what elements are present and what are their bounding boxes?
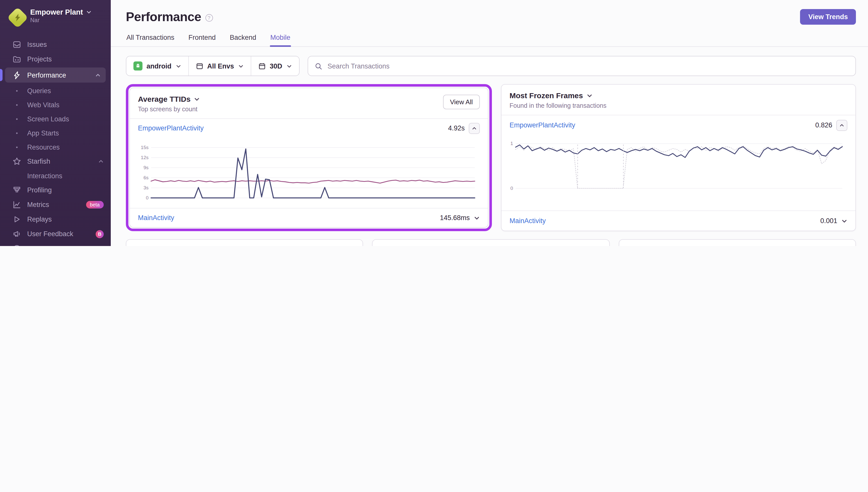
svg-text:0: 0 xyxy=(510,186,513,191)
org-switcher[interactable]: Empower Plant Nar xyxy=(0,0,111,30)
bullet-icon xyxy=(12,104,21,105)
sidebar-item-issues[interactable]: Issues xyxy=(0,37,111,52)
sidebar-item-performance[interactable]: Performance xyxy=(5,68,106,82)
average-ttids-panel: Average TTIDs Top screens by count View … xyxy=(129,88,488,228)
sidebar-item-replays[interactable]: Replays xyxy=(0,212,111,227)
chevron-down-icon[interactable] xyxy=(587,92,593,98)
issues-icon xyxy=(12,40,21,49)
metric-value: 0.001 xyxy=(820,217,837,225)
svg-text:6s: 6s xyxy=(144,175,149,180)
star-icon xyxy=(12,157,21,166)
sidebar-item-projects[interactable]: Projects xyxy=(0,52,111,67)
date-range-filter[interactable]: 30D xyxy=(251,56,299,76)
play-icon xyxy=(12,215,21,224)
svg-text:0: 0 xyxy=(146,195,149,200)
tpm-panel: Transactions Per Minute 0.494 Compared t… xyxy=(126,239,363,246)
transaction-link[interactable]: MainActivity xyxy=(510,217,546,225)
svg-text:1: 1 xyxy=(510,141,513,146)
org-name: Empower Plant xyxy=(30,8,83,16)
svg-text:15s: 15s xyxy=(141,145,149,150)
org-project: Nar xyxy=(30,17,92,23)
highlight-border: Average TTIDs Top screens by count View … xyxy=(126,84,492,231)
tab-mobile[interactable]: Mobile xyxy=(270,32,291,46)
sidebar-item-app-starts[interactable]: App Starts xyxy=(0,126,111,140)
view-trends-button[interactable]: View Trends xyxy=(800,9,856,25)
bullet-icon xyxy=(12,132,21,134)
metric-value: 145.68ms xyxy=(440,214,470,222)
frozen-frames-chart: 01 xyxy=(502,135,856,211)
search-icon xyxy=(314,62,322,70)
app: Empower Plant Nar Issues Projects Perfor… xyxy=(0,0,868,246)
svg-text:3s: 3s xyxy=(144,185,149,190)
tab-all-transactions[interactable]: All Transactions xyxy=(126,32,175,46)
cold-startup-panel: Cold Startup Time 4s Compared to last 30… xyxy=(618,239,856,246)
panel-subtitle: Found in the following transactions xyxy=(510,102,607,109)
metric-value: 4.92s xyxy=(448,124,465,132)
panel-subtitle: Top screens by count xyxy=(138,106,200,113)
chevron-down-icon[interactable] xyxy=(194,96,200,102)
expand-row-chevron[interactable] xyxy=(474,215,480,221)
window-icon xyxy=(196,62,203,70)
tab-backend[interactable]: Backend xyxy=(229,32,257,46)
sidebar-item-screen-loads[interactable]: Screen Loads xyxy=(0,112,111,126)
chevron-down-icon xyxy=(176,63,181,69)
sidebar-item-user-feedback[interactable]: User Feedback B xyxy=(0,227,111,241)
metric-value: 0.826 xyxy=(815,121,832,129)
sidebar-item-web-vitals[interactable]: Web Vitals xyxy=(0,98,111,112)
sidebar-item-queries[interactable]: Queries xyxy=(0,83,111,98)
bullet-icon xyxy=(12,90,21,91)
panel-title[interactable]: Average TTIDs xyxy=(138,95,190,103)
page-filter-control: android All Envs 30D xyxy=(126,56,299,76)
transaction-link[interactable]: EmpowerPlantActivity xyxy=(138,124,204,132)
most-frozen-frames-panel: Most Frozen Frames Found in the followin… xyxy=(501,84,856,231)
sidebar-item-starfish[interactable]: Starfish xyxy=(0,154,111,169)
bullet-icon xyxy=(12,146,21,148)
collapse-row-button[interactable] xyxy=(836,120,847,131)
beta-badge: beta xyxy=(86,201,104,208)
transaction-link[interactable]: MainActivity xyxy=(138,214,174,222)
metrics-icon xyxy=(12,200,21,209)
active-indicator xyxy=(0,69,2,81)
performance-icon xyxy=(12,71,21,79)
org-logo-icon xyxy=(7,7,28,28)
environment-filter[interactable]: All Envs xyxy=(188,56,251,76)
expand-row-chevron[interactable] xyxy=(841,218,847,224)
svg-text:9s: 9s xyxy=(144,165,149,170)
performance-tabs: All Transactions Frontend Backend Mobile xyxy=(111,25,868,47)
bullet-icon xyxy=(12,118,21,120)
sidebar-nav: Issues Projects Performance Queries Web … xyxy=(0,30,111,246)
chevron-down-icon xyxy=(238,63,244,69)
projects-icon xyxy=(12,55,21,64)
chevron-down-icon xyxy=(286,63,292,69)
help-tooltip-icon[interactable]: ? xyxy=(205,14,213,22)
main: Performance ? View Trends All Transactio… xyxy=(111,0,868,246)
search-input[interactable] xyxy=(327,62,849,70)
clock-icon xyxy=(12,244,21,246)
sidebar-item-crons[interactable]: Crons xyxy=(0,241,111,246)
android-project-icon xyxy=(133,62,143,71)
profiling-icon xyxy=(12,186,21,195)
chevron-up-icon xyxy=(98,158,104,164)
sidebar-item-resources[interactable]: Resources xyxy=(0,140,111,154)
sidebar-item-metrics[interactable]: Metrics beta xyxy=(0,197,111,212)
svg-text:12s: 12s xyxy=(141,155,149,160)
b-badge: B xyxy=(96,230,104,238)
chevron-up-icon xyxy=(95,72,101,78)
view-all-button[interactable]: View All xyxy=(443,95,480,109)
sidebar-item-profiling[interactable]: Profiling xyxy=(0,183,111,197)
tab-frontend[interactable]: Frontend xyxy=(188,32,216,46)
project-filter[interactable]: android xyxy=(126,56,188,76)
sidebar-item-interactions[interactable]: Interactions xyxy=(0,169,111,183)
calendar-icon xyxy=(258,62,266,70)
chevron-down-icon xyxy=(86,9,92,15)
warm-startup-panel: Warm Startup Time Compared to last 30d 0… xyxy=(372,239,610,246)
avg-ttids-chart: 03s6s9s12s15s xyxy=(130,138,488,208)
search-box xyxy=(307,56,856,76)
transaction-link[interactable]: EmpowerPlantActivity xyxy=(510,121,575,129)
collapse-row-button[interactable] xyxy=(469,123,480,134)
page-title: Performance xyxy=(126,9,201,24)
sidebar: Empower Plant Nar Issues Projects Perfor… xyxy=(0,0,111,246)
filter-bar: android All Envs 30D xyxy=(126,56,856,76)
panel-title[interactable]: Most Frozen Frames xyxy=(510,91,583,100)
megaphone-icon xyxy=(12,229,21,239)
